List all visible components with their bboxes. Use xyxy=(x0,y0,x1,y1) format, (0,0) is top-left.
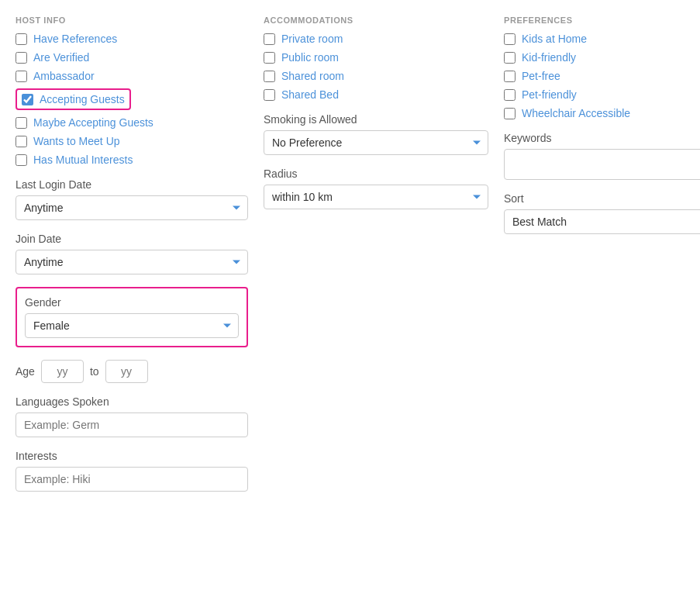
checkbox-shared-room: Shared room xyxy=(264,70,488,82)
join-date-select[interactable]: Anytime Last week Last month Last 3 mont… xyxy=(16,250,248,274)
languages-spoken-input[interactable] xyxy=(16,413,248,437)
checkbox-wants-meet-up: Wants to Meet Up xyxy=(16,135,248,147)
maybe-accepting-label[interactable]: Maybe Accepting Guests xyxy=(33,116,153,129)
interests-input[interactable] xyxy=(16,467,248,492)
maybe-accepting-checkbox[interactable] xyxy=(16,117,27,129)
last-login-date-label: Last Login Date xyxy=(16,178,248,191)
checkbox-kids-at-home: Kids at Home xyxy=(504,33,700,45)
checkbox-kid-friendly: Kid-friendly xyxy=(504,51,700,64)
smoking-group: Smoking is Allowed No Preference Yes No xyxy=(264,113,488,155)
join-date-label: Join Date xyxy=(16,233,248,245)
ambassador-label[interactable]: Ambassador xyxy=(33,70,95,82)
languages-spoken-group: Languages Spoken xyxy=(16,395,248,437)
radius-select-wrapper: within 10 km within 25 km within 50 km w… xyxy=(264,185,488,209)
have-references-checkbox[interactable] xyxy=(16,33,27,45)
smoking-select[interactable]: No Preference Yes No xyxy=(264,130,488,155)
mutual-interests-label[interactable]: Has Mutual Interests xyxy=(33,154,133,166)
are-verified-label[interactable]: Are Verified xyxy=(33,51,89,64)
host-info-title: HOST INFO xyxy=(16,16,248,25)
join-date-select-wrapper: Anytime Last week Last month Last 3 mont… xyxy=(16,250,248,274)
pet-free-checkbox[interactable] xyxy=(504,71,516,82)
sort-label: Sort xyxy=(504,192,700,205)
age-row: Age to xyxy=(16,360,248,383)
shared-room-checkbox[interactable] xyxy=(264,71,275,82)
sort-select[interactable]: Best Match Newest Most Active Last Login xyxy=(504,209,700,234)
shared-room-label[interactable]: Shared room xyxy=(281,70,344,82)
wants-meet-up-checkbox[interactable] xyxy=(16,136,27,147)
accommodations-column: ACCOMMODATIONS Private room Public room … xyxy=(264,16,488,492)
checkbox-shared-bed: Shared Bed xyxy=(264,88,488,101)
private-room-label[interactable]: Private room xyxy=(281,33,343,45)
sort-group: Sort Best Match Newest Most Active Last … xyxy=(504,192,700,234)
age-to-label: to xyxy=(90,365,99,378)
gender-label: Gender xyxy=(25,296,239,309)
host-info-column: HOST INFO Have References Are Verified A… xyxy=(16,16,248,492)
checkbox-pet-friendly: Pet-friendly xyxy=(504,88,700,101)
last-login-date-group: Last Login Date Anytime Last week Last m… xyxy=(16,178,248,220)
checkbox-public-room: Public room xyxy=(264,51,488,64)
smoking-select-wrapper: No Preference Yes No xyxy=(264,130,488,155)
wheelchair-accessible-checkbox[interactable] xyxy=(504,108,516,119)
age-from-input[interactable] xyxy=(41,360,84,383)
radius-select[interactable]: within 10 km within 25 km within 50 km w… xyxy=(264,185,488,209)
checkbox-ambassador: Ambassador xyxy=(16,70,248,82)
are-verified-checkbox[interactable] xyxy=(16,52,27,64)
ambassador-checkbox[interactable] xyxy=(16,71,27,82)
kid-friendly-checkbox[interactable] xyxy=(504,52,516,64)
kids-at-home-label[interactable]: Kids at Home xyxy=(522,33,587,45)
preferences-title: PREFERENCES xyxy=(504,16,700,25)
interests-label: Interests xyxy=(16,450,248,462)
keywords-input[interactable] xyxy=(504,149,700,180)
age-to-input[interactable] xyxy=(105,360,148,383)
public-room-label[interactable]: Public room xyxy=(281,51,339,64)
checkbox-pet-free: Pet-free xyxy=(504,70,700,82)
accommodations-title: ACCOMMODATIONS xyxy=(264,16,488,25)
filter-layout: HOST INFO Have References Are Verified A… xyxy=(16,16,684,492)
mutual-interests-checkbox[interactable] xyxy=(16,154,27,166)
checkbox-maybe-accepting: Maybe Accepting Guests xyxy=(16,116,248,129)
kids-at-home-checkbox[interactable] xyxy=(504,33,516,45)
private-room-checkbox[interactable] xyxy=(264,33,275,45)
wheelchair-accessible-label[interactable]: Wheelchair Accessible xyxy=(522,107,630,119)
preferences-column: PREFERENCES Kids at Home Kid-friendly Pe… xyxy=(504,16,700,492)
last-login-date-select[interactable]: Anytime Last week Last month Last 3 mont… xyxy=(16,195,248,220)
radius-label: Radius xyxy=(264,167,488,180)
shared-bed-label[interactable]: Shared Bed xyxy=(281,88,339,101)
public-room-checkbox[interactable] xyxy=(264,52,275,64)
wants-meet-up-label[interactable]: Wants to Meet Up xyxy=(33,135,120,147)
checkbox-wheelchair-accessible: Wheelchair Accessible xyxy=(504,107,700,119)
keywords-label: Keywords xyxy=(504,132,700,144)
gender-select[interactable]: No Preference Female Male Non-binary xyxy=(25,313,239,338)
pet-friendly-checkbox[interactable] xyxy=(504,89,516,101)
accepting-guests-label[interactable]: Accepting Guests xyxy=(40,93,125,105)
checkbox-private-room: Private room xyxy=(264,33,488,45)
smoking-label: Smoking is Allowed xyxy=(264,113,488,126)
checkbox-mutual-interests: Has Mutual Interests xyxy=(16,154,248,166)
accepting-guests-highlight: Accepting Guests xyxy=(16,88,131,110)
radius-group: Radius within 10 km within 25 km within … xyxy=(264,167,488,209)
age-label: Age xyxy=(16,365,35,378)
checkbox-have-references: Have References xyxy=(16,33,248,45)
gender-highlight-box: Gender No Preference Female Male Non-bin… xyxy=(16,287,248,347)
pet-free-label[interactable]: Pet-free xyxy=(522,70,560,82)
gender-select-wrapper: No Preference Female Male Non-binary xyxy=(25,313,239,338)
last-login-date-select-wrapper: Anytime Last week Last month Last 3 mont… xyxy=(16,195,248,220)
keywords-group: Keywords xyxy=(504,132,700,180)
have-references-label[interactable]: Have References xyxy=(33,33,117,45)
pet-friendly-label[interactable]: Pet-friendly xyxy=(522,88,577,101)
accepting-guests-checkbox[interactable] xyxy=(22,94,33,105)
interests-group: Interests xyxy=(16,450,248,492)
sort-select-wrapper: Best Match Newest Most Active Last Login xyxy=(504,209,700,234)
join-date-group: Join Date Anytime Last week Last month L… xyxy=(16,233,248,274)
kid-friendly-label[interactable]: Kid-friendly xyxy=(522,51,576,64)
checkbox-are-verified: Are Verified xyxy=(16,51,248,64)
languages-spoken-label: Languages Spoken xyxy=(16,395,248,408)
shared-bed-checkbox[interactable] xyxy=(264,89,275,101)
